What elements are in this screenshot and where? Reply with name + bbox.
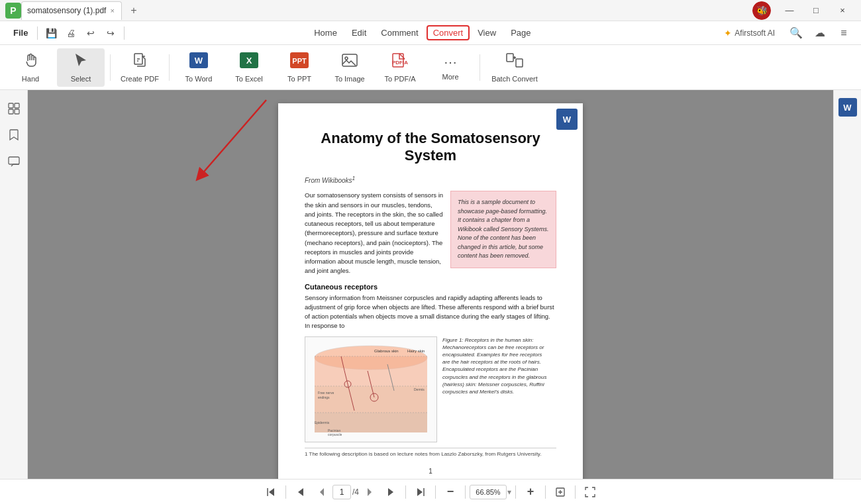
to-word-button[interactable]: W To Word xyxy=(175,48,223,87)
figure-caption: Figure 1: Receptors in the human skin: M… xyxy=(442,336,548,442)
afirstsoft-ai-button[interactable]: ✦ Afirstsoft AI xyxy=(717,25,782,41)
zoom-in-button[interactable]: + xyxy=(520,481,541,503)
hamburger-menu-button[interactable]: ≡ xyxy=(835,24,853,42)
body-section-1: This is a sample document to showcase pa… xyxy=(305,191,556,276)
menubar: File 💾 🖨 ↩ ↪ Home Edit Comment Convert V… xyxy=(0,21,861,45)
svg-rect-18 xyxy=(15,109,19,114)
new-tab-button[interactable]: + xyxy=(126,3,142,19)
menubar-divider-2 xyxy=(124,26,125,40)
zoom-level-display: 66.85% xyxy=(470,485,507,499)
to-excel-label: To Excel xyxy=(235,75,263,83)
minimize-button[interactable]: — xyxy=(776,0,803,21)
body-text-2: Sensory information from Meissner corpus… xyxy=(305,293,556,331)
document-tab[interactable]: somatosensory (1).pdf × xyxy=(21,1,122,20)
current-page-input[interactable] xyxy=(332,485,351,499)
file-menu-label: File xyxy=(13,28,28,38)
prev-page-small-button[interactable] xyxy=(311,481,332,503)
hand-icon xyxy=(23,52,38,72)
menu-view[interactable]: View xyxy=(471,25,503,40)
svg-line-37 xyxy=(200,100,266,176)
to-pdfa-button[interactable]: PDF/A To PDF/A xyxy=(376,48,424,87)
search-button[interactable]: 🔍 xyxy=(787,24,805,42)
maximize-button[interactable]: □ xyxy=(803,0,829,21)
bottom-divider-5 xyxy=(515,485,516,499)
bookmark-view-button[interactable] xyxy=(3,125,25,146)
comment-panel-button[interactable] xyxy=(3,151,25,172)
file-menu[interactable]: File xyxy=(8,25,33,40)
tab-title: somatosensory (1).pdf xyxy=(27,6,106,15)
first-page-button[interactable] xyxy=(260,481,281,503)
menu-convert[interactable]: Convert xyxy=(427,25,470,40)
full-screen-button[interactable] xyxy=(580,481,601,503)
zoom-out-button[interactable]: − xyxy=(440,481,461,503)
last-page-button[interactable] xyxy=(410,481,431,503)
create-pdf-button[interactable]: Create PDF xyxy=(116,48,164,87)
prev-page-button[interactable] xyxy=(290,481,311,503)
print-button[interactable]: 🖨 xyxy=(62,24,80,42)
fit-page-button[interactable] xyxy=(550,481,571,503)
menubar-divider-1 xyxy=(37,26,38,40)
page-total-label: /4 xyxy=(352,487,359,497)
page-indicator: /4 xyxy=(332,485,359,499)
svg-rect-16 xyxy=(15,103,19,108)
menu-home[interactable]: Home xyxy=(307,25,344,40)
svg-rect-21 xyxy=(315,356,427,386)
bottom-divider-7 xyxy=(575,485,576,499)
undo-button[interactable]: ↩ xyxy=(81,24,100,42)
main-area: W Anatomy of the Somatosensory System Fr… xyxy=(0,90,861,479)
select-tool-button[interactable]: Select xyxy=(57,48,105,87)
to-word-icon: W xyxy=(189,52,208,72)
svg-text:Hairy skin: Hairy skin xyxy=(407,349,425,353)
menu-edit[interactable]: Edit xyxy=(345,25,373,40)
to-excel-button[interactable]: X To Excel xyxy=(225,48,273,87)
select-icon xyxy=(73,52,89,72)
toolbar-divider-1 xyxy=(110,54,111,81)
to-excel-icon: X xyxy=(240,52,258,72)
more-icon: ⋯ xyxy=(444,54,457,70)
app-logo: P xyxy=(5,3,21,19)
menu-comment[interactable]: Comment xyxy=(374,25,425,40)
svg-text:corpuscle: corpuscle xyxy=(328,432,342,436)
svg-text:🐝: 🐝 xyxy=(756,5,768,17)
figure-area: Hairy skin Glabrous skin Free nerve endi… xyxy=(305,336,556,442)
create-pdf-label: Create PDF xyxy=(121,75,159,83)
to-image-button[interactable]: To Image xyxy=(326,48,374,87)
left-sidebar xyxy=(0,90,28,479)
more-button[interactable]: ⋯ More xyxy=(427,48,474,87)
svg-rect-15 xyxy=(9,103,13,108)
hand-tool-button[interactable]: Hand xyxy=(7,48,54,87)
svg-text:endings: endings xyxy=(318,395,330,399)
next-page-small-button[interactable] xyxy=(359,481,380,503)
menu-page[interactable]: Page xyxy=(504,25,537,40)
save-button[interactable]: 💾 xyxy=(42,24,60,42)
to-image-icon xyxy=(341,52,358,72)
hand-tool-label: Hand xyxy=(22,75,39,83)
window-close-button[interactable]: × xyxy=(829,0,856,21)
svg-text:Free nerve: Free nerve xyxy=(318,391,334,395)
zoom-dropdown-icon[interactable]: ▾ xyxy=(507,487,511,497)
bottom-divider-4 xyxy=(465,485,466,499)
ai-label: Afirstsoft AI xyxy=(734,28,775,38)
tab-close-button[interactable]: × xyxy=(110,7,114,15)
batch-convert-button[interactable]: Batch Convert xyxy=(485,48,544,87)
bottom-divider-2 xyxy=(405,485,406,499)
more-label: More xyxy=(442,73,458,81)
next-page-button[interactable] xyxy=(380,481,401,503)
word-panel-icon[interactable]: W xyxy=(838,98,857,117)
svg-text:W: W xyxy=(195,56,203,66)
svg-text:X: X xyxy=(246,56,252,66)
toolbar: Hand Select Create PDF W To Wo xyxy=(0,45,861,90)
from-wikibooks: From Wikibooks1 xyxy=(305,175,556,184)
select-tool-label: Select xyxy=(71,75,91,83)
document-viewer[interactable]: W Anatomy of the Somatosensory System Fr… xyxy=(28,90,833,479)
thumbnail-view-button[interactable] xyxy=(3,98,25,119)
to-pdfa-label: To PDF/A xyxy=(384,75,415,83)
redo-button[interactable]: ↪ xyxy=(101,24,120,42)
svg-rect-19 xyxy=(9,157,19,164)
svg-rect-17 xyxy=(9,109,13,114)
to-ppt-button[interactable]: PPT To PPT xyxy=(276,48,323,87)
svg-point-10 xyxy=(345,57,348,60)
user-avatar[interactable]: 🐝 xyxy=(752,1,771,20)
cloud-button[interactable]: ☁ xyxy=(811,24,829,42)
to-ppt-icon: PPT xyxy=(290,52,309,72)
